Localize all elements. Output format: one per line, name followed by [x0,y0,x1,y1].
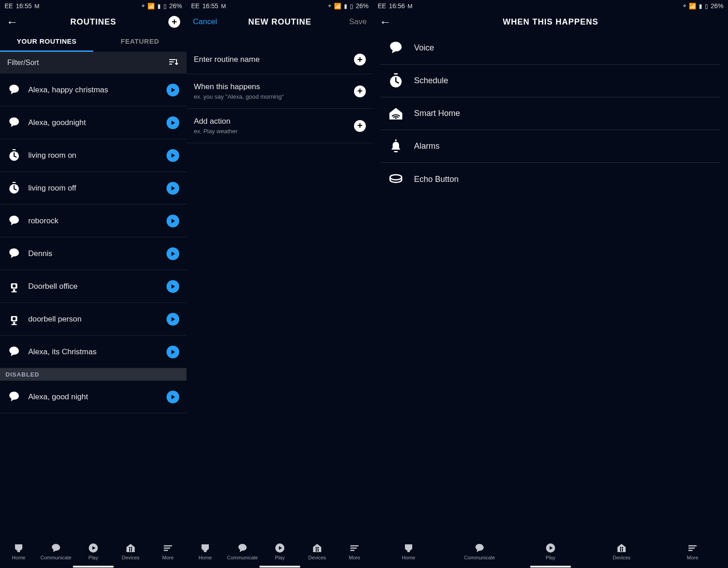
routine-row[interactable]: Alexa, good night [0,381,187,413]
mail-icon: M [35,3,40,10]
action-label: Add action [194,117,238,126]
routine-row[interactable]: Doorbell office [0,270,187,303]
trigger-list: Voice Schedule Smart Home Alarms Echo Bu… [373,32,728,196]
trigger-row-echobutton[interactable]: Echo Button [380,163,721,196]
play-button[interactable] [167,116,179,129]
header: ← ROUTINES + [0,12,187,32]
voice-icon [8,391,20,403]
routine-label: doorbell person [28,315,159,324]
home-icon [13,543,24,553]
save-button[interactable]: Save [349,17,367,26]
status-bar: EE 16:55 M ⌖ 📶 ▮ ▯ 26% [0,0,187,12]
devices-icon [125,543,136,553]
play-button[interactable] [167,215,179,227]
play-button[interactable] [167,182,179,195]
nav-label: Devices [308,555,326,560]
nav-more[interactable]: More [150,543,186,560]
play-icon [88,543,99,553]
nav-communicate[interactable]: Communicate [38,543,74,560]
nav-more[interactable]: More [336,543,373,560]
routine-row[interactable]: Alexa, happy christmas [0,74,187,106]
trigger-row-schedule[interactable]: Schedule [380,65,721,97]
play-button[interactable] [167,149,179,162]
trigger-row-alarm[interactable]: Alarms [380,130,721,163]
nav-play[interactable]: Play [532,543,569,560]
play-button[interactable] [167,346,179,358]
nav-more[interactable]: More [674,543,711,560]
routine-row[interactable]: living room off [0,172,187,205]
nav-devices[interactable]: Devices [299,543,335,560]
nav-communicate[interactable]: Communicate [224,543,261,560]
routine-row[interactable]: living room on [0,139,187,172]
devices-icon [312,543,323,553]
play-button[interactable] [167,84,179,96]
add-name-button[interactable]: + [354,54,366,65]
nav-label: Devices [121,555,139,560]
routine-label: living room on [28,151,159,160]
home-indicator [0,565,187,568]
play-button[interactable] [167,313,179,326]
back-button[interactable]: ← [379,15,391,29]
when-this-happens-row[interactable]: When this happens ex. you say "Alexa, go… [187,74,373,109]
nav-label: Play [275,555,284,560]
wifi-icon: 📶 [689,3,696,10]
location-icon: ⌖ [328,2,331,10]
add-action-button[interactable]: + [354,120,366,132]
communicate-icon [51,543,61,553]
tab-your-routines[interactable]: YOUR ROUTINES [0,32,93,52]
location-icon: ⌖ [683,2,686,10]
echobutton-icon [388,171,404,187]
routine-list: Alexa, happy christmas Alexa, goodnight … [0,74,187,539]
enter-name-row[interactable]: Enter routine name + [187,45,373,74]
voice-icon [8,247,20,260]
add-action-row[interactable]: Add action ex. Play weather + [187,109,373,143]
home-icon [200,543,211,553]
nav-label: Communicate [40,555,71,560]
nav-play[interactable]: Play [75,543,111,560]
routine-row[interactable]: Alexa, its Christmas [0,336,187,368]
play-button[interactable] [167,280,179,293]
nav-home[interactable]: Home [0,543,37,560]
nav-label: Devices [612,555,630,560]
routine-row[interactable]: doorbell person [0,303,187,336]
routine-row[interactable]: Alexa, goodnight [0,106,187,139]
communicate-icon [474,543,485,553]
nav-devices[interactable]: Devices [603,543,640,560]
nav-home[interactable]: Home [390,543,427,560]
cancel-button[interactable]: Cancel [193,17,217,26]
routine-label: Alexa, goodnight [28,118,159,127]
routine-label: Alexa, happy christmas [28,85,159,95]
routine-row[interactable]: roborock [0,205,187,237]
home-indicator [373,565,728,568]
play-icon [274,543,285,553]
schedule-icon [8,149,20,162]
trigger-label: Voice [414,43,434,53]
routine-row[interactable]: Dennis [0,237,187,270]
nav-home[interactable]: Home [187,543,223,560]
trigger-row-voice[interactable]: Voice [380,32,721,65]
camera-icon [8,313,20,326]
routine-label: living room off [28,184,159,193]
nav-devices[interactable]: Devices [112,543,149,560]
nav-label: More [687,555,698,560]
tab-featured[interactable]: FEATURED [93,32,187,52]
nav-communicate[interactable]: Communicate [461,543,498,560]
battery-icon: ▯ [163,3,167,10]
back-button[interactable]: ← [6,15,18,29]
trigger-row-smarthome[interactable]: Smart Home [380,97,721,130]
screen-new-routine: EE 16:55 M ⌖ 📶 ▮ ▯ 26% Cancel NEW ROUTIN… [187,0,373,568]
play-button[interactable] [167,247,179,260]
page-title: WHEN THIS HAPPENS [407,17,694,27]
screen-when-this-happens: EE 16:56 M ⌖ 📶 ▮ ▯ 26% ← WHEN THIS HAPPE… [373,0,728,568]
add-when-button[interactable]: + [354,85,366,97]
trigger-label: Smart Home [414,109,460,118]
play-button[interactable] [167,391,179,403]
routine-label: Alexa, its Christmas [28,347,159,357]
filter-sort-button[interactable]: Filter/Sort [0,52,187,74]
nav-play[interactable]: Play [262,543,298,560]
voice-icon [8,215,20,227]
nav-label: More [162,555,173,560]
carrier-label: EE [191,2,200,10]
add-routine-button[interactable]: + [168,16,180,28]
header: ← WHEN THIS HAPPENS [373,12,728,32]
